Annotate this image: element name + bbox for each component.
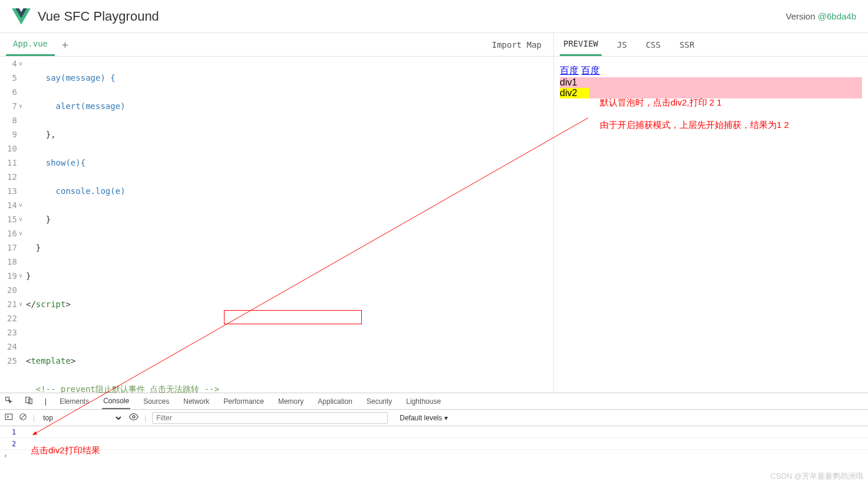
annotation-text-console: 点击div2打印结果 — [31, 445, 100, 456]
inspect-icon[interactable] — [5, 396, 13, 406]
devtools-tab-security[interactable]: Security — [365, 393, 393, 409]
preview-link-2[interactable]: 百度 — [581, 65, 600, 75]
clear-console-icon[interactable] — [19, 413, 27, 423]
console-sidebar-toggle-icon[interactable] — [5, 413, 13, 423]
add-tab-button[interactable]: + — [55, 38, 75, 51]
annotation-text-2: 由于开启捕获模式，上层先开始捕获，结果为1 2 — [600, 120, 789, 131]
console-output[interactable]: 1 2 › — [0, 426, 868, 484]
console-prompt-icon: › — [0, 452, 11, 460]
device-toolbar-icon[interactable] — [25, 396, 33, 406]
code-editor[interactable]: 4∨5 6 7∨8 9 10 11 12 13 14∨15∨16∨17 18 1… — [0, 57, 553, 393]
console-filter-input[interactable] — [152, 412, 388, 424]
version-link[interactable]: @6bda4b — [818, 11, 856, 21]
context-select[interactable]: top — [41, 413, 123, 423]
svg-rect-1 — [26, 397, 30, 403]
app-header: Vue SFC Playground Version @6bda4b — [0, 0, 868, 33]
devtools-tab-lighthouse[interactable]: Lighthouse — [405, 393, 442, 409]
preview-div1[interactable]: div1 div2 — [560, 77, 862, 98]
devtools-tab-application[interactable]: Application — [316, 393, 354, 409]
annotation-text-1: 默认冒泡时，点击div2,打印 2 1 — [600, 97, 722, 108]
watermark: CSDN @芳草萋萋鹦鹉洲哦 — [770, 471, 863, 482]
console-log-2: 2 — [11, 440, 16, 448]
preview-tab-js[interactable]: JS — [613, 33, 631, 56]
devtools-tab-performance[interactable]: Performance — [222, 393, 265, 409]
line-gutter: 4∨5 6 7∨8 9 10 11 12 13 14∨15∨16∨17 18 1… — [0, 57, 26, 393]
devtools-tab-elements[interactable]: Elements — [58, 393, 90, 409]
devtools-tab-memory[interactable]: Memory — [277, 393, 305, 409]
console-log-1: 1 — [11, 428, 16, 436]
import-map-link[interactable]: Import Map — [492, 40, 547, 50]
preview-tab-preview[interactable]: PREVIEW — [560, 33, 602, 56]
devtools-tab-network[interactable]: Network — [182, 393, 210, 409]
svg-point-5 — [133, 416, 135, 418]
devtools-panel: | Elements Console Sources Network Perfo… — [0, 393, 868, 484]
file-tab-app-vue[interactable]: App.vue — [6, 33, 55, 56]
editor-pane: App.vue + Import Map 4∨5 6 7∨8 9 10 11 1… — [0, 33, 554, 393]
annotation-highlight-box — [224, 310, 362, 324]
version-label: Version @6bda4b — [786, 11, 857, 21]
devtools-tab-console[interactable]: Console — [102, 393, 130, 409]
live-expression-icon[interactable] — [129, 412, 138, 423]
preview-link-1[interactable]: 百度 — [560, 65, 579, 75]
preview-tab-css[interactable]: CSS — [642, 33, 664, 56]
preview-pane: PREVIEW JS CSS SSR 百度 百度 div1 div2 — [554, 33, 868, 393]
app-title: Vue SFC Playground — [38, 9, 159, 24]
log-levels-dropdown[interactable]: Default levels ▾ — [400, 414, 447, 422]
preview-tab-ssr[interactable]: SSR — [676, 33, 698, 56]
devtools-tab-sources[interactable]: Sources — [142, 393, 170, 409]
preview-div2[interactable]: div2 — [560, 88, 589, 98]
vue-logo-icon — [12, 7, 31, 26]
